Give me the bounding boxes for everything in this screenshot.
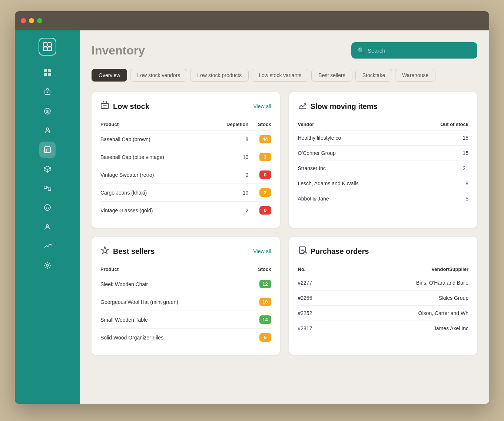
close-dot[interactable] <box>21 18 26 23</box>
tab-best-sellers[interactable]: Best sellers <box>311 69 352 82</box>
best-sellers-view-all[interactable]: View all <box>253 248 271 254</box>
tab-warehouse[interactable]: Warehouse <box>395 69 435 82</box>
finance-icon[interactable] <box>39 103 56 119</box>
svg-rect-5 <box>48 69 51 72</box>
low-stock-title: Low stock <box>113 102 149 111</box>
suppliers-icon[interactable] <box>39 122 56 139</box>
slow-moving-title: Slow moving items <box>311 102 378 111</box>
inventory-icon[interactable] <box>39 142 56 158</box>
product-name: Georgeous Wool Hat (mint green) <box>100 293 246 311</box>
svg-rect-6 <box>44 73 47 76</box>
table-row: Baseball Cap (blue vintage) 10 3 <box>100 148 271 166</box>
best-sellers-title: Best sellers <box>113 247 155 256</box>
product-name: Vintage Glasses (gold) <box>100 202 210 219</box>
browser-window: Inventory 🔍 Overview Low stock vendors L… <box>15 11 489 404</box>
tab-stocktake[interactable]: Stocktake <box>355 69 392 82</box>
col-stock: Stock <box>248 119 271 130</box>
out-of-stock-value: 21 <box>415 161 469 176</box>
table-row: #2255 Skiles Group <box>298 291 469 306</box>
col-po-vendor: Vendor/Supplier <box>335 263 468 275</box>
low-stock-table: Product Depletion Stock Baseball Cap (br… <box>100 119 271 219</box>
stock-badge: 10 <box>259 298 271 306</box>
po-number: #2252 <box>298 306 335 321</box>
dashboard-icon[interactable] <box>39 64 56 81</box>
tab-low-stock-vendors[interactable]: Low stock vendors <box>130 69 187 82</box>
transfers-icon[interactable] <box>39 180 56 196</box>
svg-rect-23 <box>101 103 109 109</box>
out-of-stock-value: 15 <box>415 146 469 161</box>
best-sellers-title-row: Best sellers <box>100 246 155 257</box>
header-row: Inventory 🔍 <box>92 42 477 59</box>
search-icon: 🔍 <box>357 47 365 54</box>
depletion-value: 0 <box>210 166 248 184</box>
vendor-name: O'Conner Group <box>298 146 415 161</box>
page-title: Inventory <box>92 44 145 57</box>
low-stock-view-all[interactable]: View all <box>253 103 271 109</box>
sidebar-logo <box>39 38 56 56</box>
stock-badge: 12 <box>259 280 271 288</box>
product-name: Baseball Cap (blue vintage) <box>100 148 210 166</box>
svg-rect-1 <box>48 43 52 46</box>
svg-point-10 <box>44 108 50 114</box>
svg-rect-12 <box>44 147 50 153</box>
customers-icon[interactable] <box>39 219 56 235</box>
best-sellers-icon <box>100 246 109 257</box>
stock-badge-cell: 3 <box>248 148 271 166</box>
best-sellers-table: Product Stock Sleek Wooden Chair 12 Geor… <box>100 263 271 346</box>
table-row: Baseball Cap (brown) 8 44 <box>100 130 271 148</box>
stock-badge-cell: 12 <box>246 275 271 293</box>
maximize-dot[interactable] <box>37 18 42 23</box>
search-input[interactable] <box>368 47 471 54</box>
stock-badge-cell: 10 <box>246 293 271 311</box>
sidebar <box>15 30 80 404</box>
svg-point-9 <box>47 92 48 93</box>
purchase-orders-title: Purchase orders <box>311 247 369 256</box>
vendor-name: Abbot & Jane <box>298 191 415 206</box>
product-name: Cargo Jeans (khaki) <box>100 184 210 202</box>
settings-icon[interactable] <box>39 257 56 274</box>
po-number: #2817 <box>298 321 335 336</box>
table-row: Lesch, Adams and Kuvalis 8 <box>298 176 469 191</box>
slow-moving-title-row: Slow moving items <box>298 101 378 112</box>
slow-moving-card-header: Slow moving items <box>298 101 469 112</box>
col-depletion: Depletion <box>210 119 248 130</box>
svg-rect-0 <box>43 43 47 46</box>
app-layout: Inventory 🔍 Overview Low stock vendors L… <box>15 30 489 404</box>
po-vendor: Olson, Carter and Wh <box>335 306 468 321</box>
product-name: Baseball Cap (brown) <box>100 130 210 148</box>
svg-point-11 <box>46 128 49 130</box>
table-row: Cargo Jeans (khaki) 10 2 <box>100 184 271 202</box>
table-row: Sleek Wooden Chair 12 <box>100 275 271 293</box>
stock-badge: 5 <box>259 333 271 342</box>
table-row: #2277 Bins, O'Hara and Baile <box>298 275 469 291</box>
table-row: Solid Wood Organizer Files 5 <box>100 329 271 347</box>
orders-icon[interactable] <box>39 84 56 100</box>
col-vendor: Vendor <box>298 119 415 130</box>
tab-low-stock-products[interactable]: Low stock products <box>190 69 249 82</box>
feedback-icon[interactable] <box>39 199 56 216</box>
depletion-value: 10 <box>210 148 248 166</box>
low-stock-title-row: Low stock <box>100 101 149 112</box>
products-icon[interactable] <box>39 161 56 177</box>
stock-badge: 3 <box>259 153 271 161</box>
slow-moving-card: Slow moving items Vendor Out of stock He… <box>289 92 478 228</box>
stock-badge: 0 <box>259 170 271 179</box>
svg-point-21 <box>46 225 49 227</box>
tab-low-stock-variants[interactable]: Low stock variants <box>252 69 308 82</box>
content-grid: Low stock View all Product Depletion Sto… <box>92 92 477 355</box>
purchase-orders-card-header: Purchase orders <box>298 246 469 257</box>
po-vendor: James Axel Inc <box>335 321 468 336</box>
minimize-dot[interactable] <box>29 18 34 23</box>
tab-overview[interactable]: Overview <box>92 69 127 82</box>
stock-badge: 44 <box>259 135 271 143</box>
best-sellers-card: Best sellers View all Product Stock Slee… <box>92 237 280 355</box>
po-vendor: Bins, O'Hara and Baile <box>335 275 468 291</box>
reports-icon[interactable] <box>39 238 56 254</box>
search-bar[interactable]: 🔍 <box>351 42 477 59</box>
stock-badge-cell: 2 <box>248 184 271 202</box>
col-out-of-stock: Out of stock <box>415 119 469 130</box>
depletion-value: 2 <box>210 202 248 219</box>
po-number: #2277 <box>298 275 335 291</box>
stock-badge: 0 <box>259 206 271 215</box>
po-number: #2255 <box>298 291 335 306</box>
